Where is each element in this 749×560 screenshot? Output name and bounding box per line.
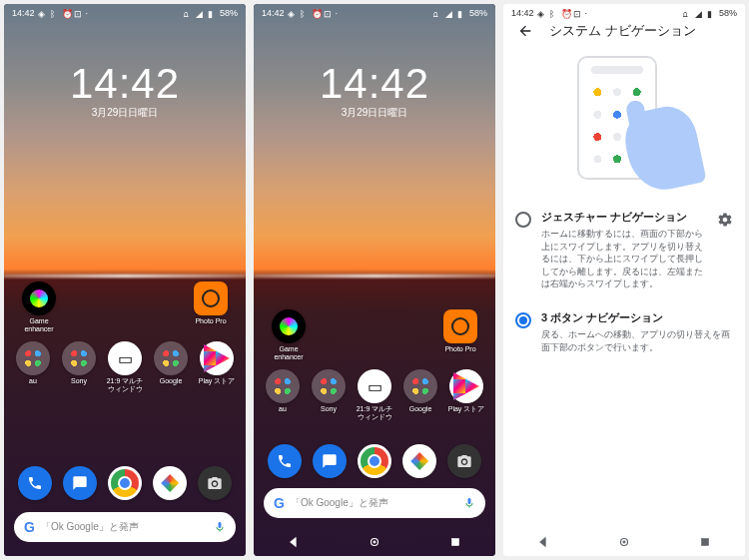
alarm-icon: ⏰ bbox=[561, 9, 570, 18]
radio-checked[interactable] bbox=[515, 312, 531, 328]
dock-chrome[interactable] bbox=[108, 466, 142, 500]
app-label: Sony bbox=[71, 377, 87, 385]
nav-home[interactable] bbox=[617, 535, 631, 549]
clock-widget[interactable]: 14:42 3月29日日曜日 bbox=[4, 60, 246, 120]
dock-photos[interactable] bbox=[153, 466, 187, 500]
gear-icon[interactable] bbox=[717, 212, 733, 228]
phone-home-gesture: 14:42 ◈ ᛒ ⏰ ⊡ · ⩍ ◢ ▮ 58% 14:42 3月29日日曜日… bbox=[4, 4, 246, 556]
dock-messages[interactable] bbox=[63, 466, 97, 500]
clock-widget[interactable]: 14:42 3月29日日曜日 bbox=[254, 60, 495, 120]
app-multiwindow[interactable]: ▭21:9 マルチウィンドウ bbox=[354, 369, 395, 420]
google-logo: G bbox=[274, 495, 285, 511]
clock-date: 3月29日日曜日 bbox=[4, 106, 246, 120]
dock-phone[interactable] bbox=[268, 444, 302, 478]
folder-google[interactable]: Google bbox=[399, 369, 441, 420]
dock-chrome[interactable] bbox=[358, 444, 391, 478]
page-title: システム ナビゲーション bbox=[549, 22, 696, 40]
app-label: Play ストア bbox=[448, 405, 485, 413]
nav-back[interactable] bbox=[536, 535, 550, 549]
app-multiwindow[interactable]: ▭21:9 マルチウィンドウ bbox=[104, 341, 146, 392]
play-icon bbox=[449, 369, 483, 403]
nav-back[interactable] bbox=[287, 535, 301, 549]
option-gesture-nav[interactable]: ジェスチャー ナビゲーション ホームに移動するには、画面の下部から上にスワイプし… bbox=[503, 200, 745, 300]
google-logo: G bbox=[24, 519, 35, 535]
status-bar: 14:42 ◈ ᛒ ⏰ ⊡ · ⩍ ◢ ▮ 58% bbox=[503, 4, 745, 22]
nfc-icon: ◈ bbox=[537, 9, 546, 18]
mic-icon[interactable] bbox=[463, 497, 475, 509]
nav-recent[interactable] bbox=[448, 535, 462, 549]
dock-camera[interactable] bbox=[447, 444, 481, 478]
folder-au[interactable]: au bbox=[12, 341, 54, 392]
app-label: au bbox=[29, 377, 37, 385]
game-enhancer-icon bbox=[22, 281, 56, 315]
app-label: au bbox=[279, 405, 287, 413]
nav-recent[interactable] bbox=[698, 535, 712, 549]
folder-sony[interactable]: Sony bbox=[58, 341, 100, 392]
multiwindow-icon: ▭ bbox=[108, 341, 142, 375]
battery-icon: ▮ bbox=[707, 9, 716, 18]
dock-photos[interactable] bbox=[402, 444, 436, 478]
option-desc: 戻る、ホームへの移動、アプリの切り替えを画面下部のボタンで行います。 bbox=[541, 328, 733, 353]
folder-icon bbox=[16, 341, 50, 375]
folder-google[interactable]: Google bbox=[150, 341, 192, 392]
box-icon: ⊡ bbox=[324, 9, 333, 18]
google-search-bar[interactable]: G 「Ok Google」と発声 bbox=[264, 488, 485, 518]
app-photo-pro[interactable]: Photo Pro bbox=[190, 281, 232, 332]
app-label: Google bbox=[409, 405, 432, 413]
phone-home-3button: 14:42 ◈ ᛒ ⏰ ⊡ · ⩍ ◢ ▮ 58% 14:42 3月29日日曜日… bbox=[254, 4, 495, 556]
bluetooth-icon: ᛒ bbox=[300, 9, 309, 18]
box-icon: ⊡ bbox=[573, 9, 582, 18]
google-search-bar[interactable]: G 「Ok Google」と発声 bbox=[14, 512, 236, 542]
app-label: Photo Pro bbox=[444, 345, 475, 353]
folder-au[interactable]: au bbox=[262, 369, 304, 420]
app-label: Play ストア bbox=[199, 377, 236, 385]
dock-camera[interactable] bbox=[198, 466, 232, 500]
app-label: 21:9 マルチウィンドウ bbox=[104, 377, 146, 392]
option-title: 3 ボタン ナビゲーション bbox=[541, 310, 733, 325]
battery-icon: ▮ bbox=[208, 9, 217, 18]
dot-icon: · bbox=[585, 8, 588, 18]
box-icon: ⊡ bbox=[74, 9, 83, 18]
app-label: Photo Pro bbox=[195, 317, 226, 325]
app-play-store[interactable]: Play ストア bbox=[196, 341, 238, 392]
folder-icon bbox=[266, 369, 300, 403]
option-title: ジェスチャー ナビゲーション bbox=[541, 210, 707, 225]
app-game-enhancer[interactable]: Game enhancer bbox=[18, 281, 60, 332]
signal-icon: ◢ bbox=[445, 9, 454, 18]
photo-pro-icon bbox=[443, 309, 477, 343]
folder-sony[interactable]: Sony bbox=[308, 369, 350, 420]
svg-rect-4 bbox=[451, 539, 458, 546]
svg-point-0 bbox=[213, 482, 217, 486]
folder-icon bbox=[62, 341, 96, 375]
status-time: 14:42 bbox=[262, 8, 285, 18]
vowifi-icon: ⩍ bbox=[433, 9, 442, 18]
app-label: Game enhancer bbox=[18, 317, 60, 332]
nav-home[interactable] bbox=[368, 535, 381, 549]
app-label: Game enhancer bbox=[268, 345, 310, 360]
svg-rect-7 bbox=[701, 539, 708, 546]
folder-icon bbox=[403, 369, 437, 403]
dock-messages[interactable] bbox=[313, 444, 347, 478]
status-bar: 14:42 ◈ ᛒ ⏰ ⊡ · ⩍ ◢ ▮ 58% bbox=[4, 4, 246, 22]
signal-icon: ◢ bbox=[196, 9, 205, 18]
svg-point-6 bbox=[623, 541, 625, 543]
status-time: 14:42 bbox=[12, 8, 35, 18]
battery-pct: 58% bbox=[220, 8, 238, 18]
app-photo-pro[interactable]: Photo Pro bbox=[439, 309, 481, 360]
nav-bar bbox=[254, 528, 495, 556]
clock-time: 14:42 bbox=[254, 60, 495, 108]
bluetooth-icon: ᛒ bbox=[549, 9, 558, 18]
mic-icon[interactable] bbox=[214, 521, 226, 533]
illustration bbox=[549, 56, 699, 186]
back-icon[interactable] bbox=[517, 23, 533, 39]
app-play-store[interactable]: Play ストア bbox=[445, 369, 487, 420]
svg-point-1 bbox=[462, 460, 466, 464]
radio-unchecked[interactable] bbox=[515, 212, 531, 228]
option-3button-nav[interactable]: 3 ボタン ナビゲーション 戻る、ホームへの移動、アプリの切り替えを画面下部のボ… bbox=[503, 300, 745, 363]
svg-point-3 bbox=[374, 541, 375, 543]
bluetooth-icon: ᛒ bbox=[50, 9, 59, 18]
status-time: 14:42 bbox=[511, 8, 534, 18]
battery-pct: 58% bbox=[719, 8, 737, 18]
dock-phone[interactable] bbox=[18, 466, 52, 500]
app-game-enhancer[interactable]: Game enhancer bbox=[268, 309, 310, 360]
